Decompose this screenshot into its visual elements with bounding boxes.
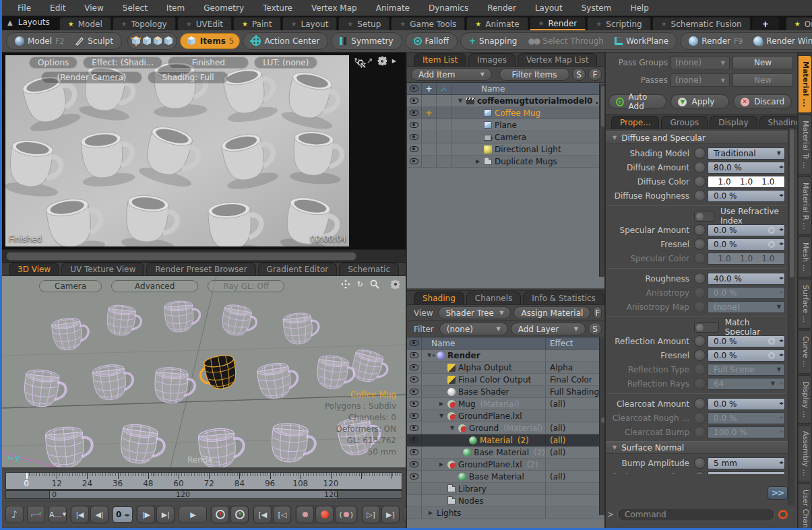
go-to-end-button[interactable]: ▶| bbox=[156, 506, 175, 523]
channel-knob[interactable] bbox=[694, 287, 706, 298]
eye-icon[interactable] bbox=[410, 437, 418, 443]
reflection-type-dropdown[interactable]: Full Scene▼ bbox=[708, 364, 785, 376]
channel-knob[interactable] bbox=[694, 176, 706, 187]
visibility-cell[interactable] bbox=[407, 459, 422, 470]
shading-f-button[interactable]: F bbox=[593, 306, 602, 319]
side-tab-curve-[interactable]: Curve ... bbox=[798, 330, 812, 373]
eye-icon[interactable] bbox=[410, 449, 418, 455]
eye-icon[interactable] bbox=[410, 389, 418, 395]
layout-tab-uvedit[interactable]: ★UVEdit bbox=[177, 17, 232, 30]
filter-f-button[interactable]: F bbox=[588, 68, 602, 81]
render-window-button[interactable]: Render Window bbox=[748, 33, 812, 49]
layer-name-cell[interactable]: Material(2) bbox=[422, 434, 545, 446]
layout-tab-topology[interactable]: ★Topology bbox=[113, 17, 176, 30]
zoom-icon[interactable] bbox=[370, 279, 379, 289]
clearcoat-rough--field[interactable]: 0.0 %◂▸ bbox=[708, 412, 785, 424]
form-more-button[interactable]: >> bbox=[768, 486, 788, 500]
diffuse-color-swatch[interactable]: 1.01.01.0 bbox=[708, 176, 785, 188]
channel-knob[interactable] bbox=[694, 364, 706, 375]
polygons-mode-icon[interactable] bbox=[152, 36, 163, 46]
effect-cell[interactable] bbox=[545, 507, 606, 519]
layout-tab-game-tools[interactable]: ★Game Tools bbox=[391, 17, 465, 30]
specular-color-swatch[interactable]: 1.01.01.0 bbox=[708, 253, 785, 265]
time-in-clock-button[interactable] bbox=[211, 506, 229, 523]
tab-images[interactable]: Images bbox=[468, 53, 516, 66]
mini-arrows-icon[interactable]: ◂▸ bbox=[779, 459, 783, 465]
visibility-cell[interactable] bbox=[407, 143, 422, 155]
mini-arrows-icon[interactable]: ◂▸ bbox=[779, 226, 783, 232]
add-layer-dropdown[interactable]: Add Layer▼ bbox=[511, 323, 586, 335]
add-key-button[interactable] bbox=[296, 506, 314, 523]
visibility-cell[interactable] bbox=[407, 386, 422, 397]
channel-knob[interactable] bbox=[694, 335, 706, 347]
shader-tree-row[interactable]: ▶Mug(Material)(all) bbox=[407, 398, 606, 410]
visibility-cell[interactable] bbox=[407, 434, 422, 446]
anisotropy-field[interactable]: 0.0 %◂▸ bbox=[708, 287, 785, 299]
visibility-cell[interactable] bbox=[407, 471, 422, 482]
effect-cell[interactable]: (all) bbox=[545, 398, 606, 409]
shader-tree-row[interactable]: Library bbox=[407, 483, 606, 495]
shader-tree-row[interactable]: ▶Lights bbox=[407, 507, 606, 519]
eye-icon[interactable] bbox=[410, 134, 418, 140]
step-back-button[interactable]: ◀| bbox=[90, 506, 108, 523]
item-list-row[interactable]: ▶Duplicate Mugs bbox=[407, 156, 606, 168]
eye-icon[interactable] bbox=[410, 364, 418, 370]
falloff-button[interactable]: Falloff bbox=[408, 33, 454, 49]
mini-arrows-icon[interactable]: ◂▸ bbox=[779, 414, 783, 420]
layouts-button[interactable]: ▲ Layouts bbox=[2, 16, 59, 30]
properties-scrollbar[interactable] bbox=[788, 128, 794, 505]
item-name-cell[interactable]: Plane bbox=[451, 119, 606, 131]
mini-arrows-icon[interactable]: ◂▸ bbox=[779, 289, 783, 295]
mini-arrows-icon[interactable]: ◂▸ bbox=[779, 164, 783, 170]
anisotropy-map-dropdown[interactable]: (none)▼ bbox=[708, 301, 785, 313]
item-list-row[interactable]: +Coffee Mug bbox=[407, 107, 606, 119]
channel-knob[interactable] bbox=[694, 238, 706, 250]
side-tab-display-[interactable]: Display ... bbox=[798, 375, 812, 424]
diffuse-amount-field[interactable]: 80.0 %◂▸ bbox=[708, 162, 785, 174]
preview-options-button[interactable]: Options bbox=[29, 57, 77, 69]
layer-name-cell[interactable]: Nodes bbox=[422, 495, 545, 506]
mini-arrows-icon[interactable]: ◂▸ bbox=[779, 380, 783, 386]
current-frame-marker[interactable] bbox=[26, 473, 28, 479]
roughness-field[interactable]: 40.0 %◂▸ bbox=[708, 273, 785, 285]
menu-help[interactable]: Help bbox=[621, 1, 657, 15]
eye-icon[interactable] bbox=[410, 158, 418, 164]
visibility-cell[interactable] bbox=[407, 483, 422, 494]
expander-icon[interactable]: ▼+ bbox=[427, 352, 434, 358]
item-list-row[interactable]: ▼coffeemugtutorialmodel0 ... bbox=[407, 95, 606, 107]
layer-name-cell[interactable]: Base Shader bbox=[422, 386, 545, 397]
filter-items-field[interactable]: Filter Items bbox=[499, 68, 569, 81]
ghost-cell[interactable] bbox=[422, 131, 437, 143]
visibility-cell[interactable] bbox=[407, 374, 422, 385]
symmetry-button[interactable]: Symmetry bbox=[334, 33, 398, 49]
layout-tab-model[interactable]: ★Model bbox=[59, 17, 111, 30]
axes-cell[interactable] bbox=[437, 156, 451, 167]
effect-cell[interactable]: (all) bbox=[545, 471, 606, 482]
side-tab-material-r-[interactable]: Material R ... bbox=[798, 176, 812, 236]
item-name-cell[interactable]: ▼coffeemugtutorialmodel0 ... bbox=[451, 95, 606, 106]
next-key-alt-button[interactable]: ▷] bbox=[362, 506, 380, 523]
workplane-button[interactable]: WorkPlane bbox=[609, 33, 674, 49]
tab-gradient-editor[interactable]: Gradient Editor bbox=[258, 263, 338, 275]
reflection-amount-field[interactable]: 0.0 %◂▸ bbox=[708, 335, 785, 347]
effect-cell[interactable] bbox=[545, 495, 606, 506]
item-name-cell[interactable]: Coffee Mug bbox=[451, 107, 606, 119]
shader-tree-row[interactable]: ▼Ground(Material)(all) bbox=[407, 422, 606, 434]
side-tab-user-chan-[interactable]: User Chan ... bbox=[798, 484, 812, 530]
eye-icon[interactable] bbox=[410, 413, 418, 419]
channel-knob[interactable] bbox=[694, 457, 706, 469]
layer-name-cell[interactable]: ▶Lights bbox=[422, 507, 545, 519]
view-dropdown[interactable]: Shader Tree▼ bbox=[438, 306, 511, 319]
visibility-cell[interactable] bbox=[407, 131, 422, 143]
filter-dropdown[interactable]: (none)▼ bbox=[439, 323, 508, 335]
layer-name-cell[interactable]: Final Color Output bbox=[422, 374, 545, 385]
channel-knob[interactable] bbox=[694, 301, 706, 312]
channel-knob[interactable] bbox=[694, 190, 706, 201]
visibility-cell[interactable] bbox=[407, 410, 422, 422]
effect-cell[interactable] bbox=[545, 483, 606, 494]
channel-knob[interactable] bbox=[694, 224, 706, 236]
tab-vertex-map-list[interactable]: Vertex Map List bbox=[518, 53, 598, 66]
mini-arrows-icon[interactable]: ◂▸ bbox=[779, 473, 783, 475]
item-list-row[interactable]: Camera bbox=[407, 131, 606, 143]
axes-cell[interactable] bbox=[437, 107, 451, 119]
